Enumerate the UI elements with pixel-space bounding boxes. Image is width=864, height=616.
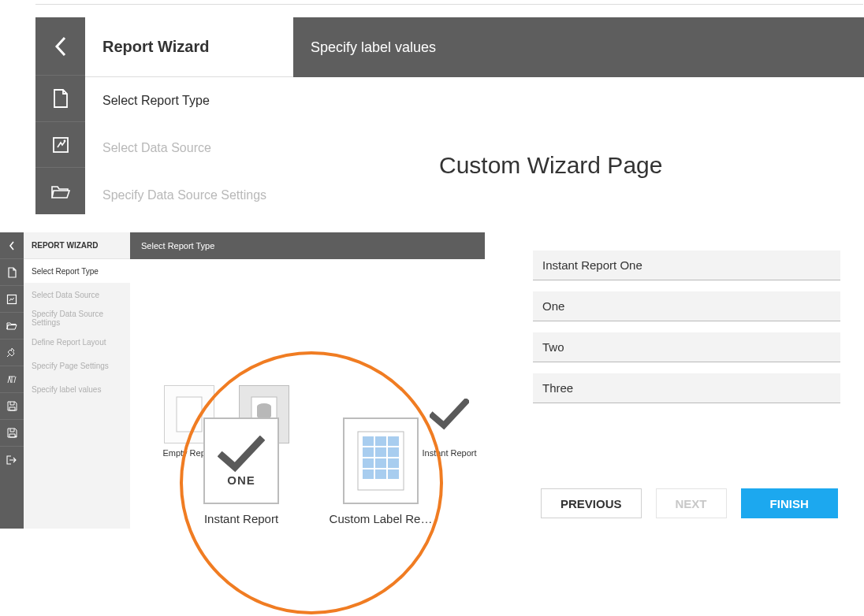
- svg-rect-11: [363, 447, 374, 457]
- label-value-field[interactable]: [542, 291, 831, 321]
- wizard-buttons: PREVIOUS NEXT FINISH: [541, 488, 838, 518]
- divider: [35, 4, 863, 5]
- save-alt-icon: [7, 428, 17, 438]
- zoom-instant-report[interactable]: ONE Instant Report: [203, 417, 279, 525]
- svg-rect-18: [375, 469, 386, 479]
- mini-step-define-report-layout: Define Report Layout: [24, 330, 130, 354]
- folder-open-icon: [6, 321, 17, 330]
- text-icon: [6, 374, 17, 385]
- zoom-custom-label-report[interactable]: Custom Label Re…: [322, 417, 440, 525]
- mini-new-icon[interactable]: [0, 259, 24, 286]
- wizard-subtitle: Specify label values: [293, 17, 864, 77]
- chevron-left-icon: [9, 241, 15, 250]
- zoom-label: Custom Label Re…: [322, 512, 440, 525]
- datasource-icon-button[interactable]: [35, 122, 85, 169]
- mini-step-specify-page-settings: Specify Page Settings: [24, 354, 130, 377]
- label-value-input-0[interactable]: [533, 250, 840, 280]
- wizard-step-specify-data-source-settings: Specify Data Source Settings: [85, 172, 293, 219]
- open-folder-icon-button[interactable]: [35, 168, 85, 214]
- mini-step-specify-label-values: Specify label values: [24, 377, 130, 401]
- svg-rect-4: [177, 397, 202, 432]
- mini-exit-icon[interactable]: [0, 447, 24, 473]
- label-value-input-1[interactable]: [533, 291, 840, 321]
- new-report-icon[interactable]: [35, 76, 85, 122]
- svg-rect-16: [388, 458, 399, 468]
- mini-step-select-data-source: Select Data Source: [24, 283, 130, 306]
- magic-box-icon: [6, 294, 17, 305]
- folder-open-icon: [50, 184, 71, 199]
- instant-report-zoom-box: ONE: [203, 417, 279, 504]
- zoom-label: Instant Report: [203, 512, 279, 525]
- custom-page-title: Custom Wizard Page: [439, 152, 662, 179]
- previous-button[interactable]: PREVIOUS: [541, 488, 642, 518]
- svg-rect-10: [388, 436, 399, 446]
- custom-label-zoom-box: [343, 417, 419, 504]
- wizard-steps-list: Select Report Type Select Data Source Sp…: [85, 77, 293, 219]
- instant-badge: ONE: [227, 473, 255, 487]
- svg-rect-8: [363, 436, 374, 446]
- mini-save-icon[interactable]: [0, 393, 24, 420]
- exit-icon: [6, 455, 17, 465]
- chevron-left-icon: [54, 36, 67, 57]
- label-value-input-2[interactable]: [533, 332, 840, 362]
- wizard-icon-sidebar: [35, 17, 85, 214]
- label-value-field[interactable]: [542, 250, 831, 280]
- save-icon: [7, 401, 17, 411]
- svg-rect-15: [375, 458, 386, 468]
- mini-wizard-subtitle: Select Report Type: [130, 232, 485, 259]
- label-value-field[interactable]: [542, 332, 831, 362]
- svg-rect-9: [375, 436, 386, 446]
- document-icon: [52, 88, 69, 109]
- pin-icon: [6, 347, 17, 358]
- magic-box-icon: [51, 135, 70, 154]
- mini-wizard-title: REPORT WIZARD: [24, 232, 130, 259]
- mini-step-specify-data-source-settings: Specify Data Source Settings: [24, 306, 130, 330]
- svg-rect-14: [363, 458, 374, 468]
- label-value-input-3[interactable]: [533, 373, 840, 403]
- svg-rect-17: [363, 469, 374, 479]
- mini-icon-sidebar: [0, 232, 24, 529]
- mini-save2-icon[interactable]: [0, 420, 24, 447]
- svg-rect-12: [375, 447, 386, 457]
- back-button[interactable]: [35, 17, 85, 76]
- mini-steps-list: Select Report Type Select Data Source Sp…: [24, 259, 130, 529]
- next-button: NEXT: [656, 488, 727, 518]
- mini-ds-icon[interactable]: [0, 286, 24, 313]
- blank-page-icon: [173, 394, 205, 435]
- svg-point-3: [15, 436, 17, 437]
- svg-rect-19: [388, 469, 399, 479]
- check-icon: [218, 436, 265, 473]
- mini-step-select-report-type[interactable]: Select Report Type: [24, 259, 130, 283]
- label-value-field[interactable]: [542, 373, 831, 403]
- mini-back-button[interactable]: [0, 232, 24, 259]
- mini-folder-icon[interactable]: [0, 313, 24, 340]
- wizard-step-select-data-source: Select Data Source: [85, 124, 293, 172]
- svg-rect-13: [388, 447, 399, 457]
- finish-button[interactable]: FINISH: [741, 488, 838, 518]
- wizard-step-select-report-type[interactable]: Select Report Type: [85, 77, 293, 124]
- label-grid-icon: [353, 427, 408, 495]
- mini-page-icon[interactable]: [0, 366, 24, 393]
- svg-rect-0: [54, 138, 68, 152]
- wizard-title: Report Wizard: [85, 17, 293, 77]
- document-icon: [7, 267, 17, 278]
- svg-point-1: [63, 139, 65, 142]
- mini-layout-icon[interactable]: [0, 340, 24, 366]
